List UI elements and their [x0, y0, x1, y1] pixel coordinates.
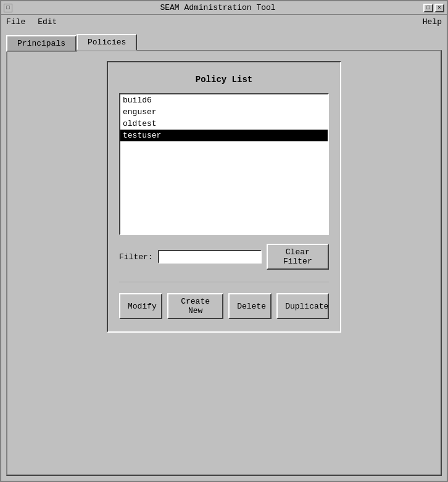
- delete-button[interactable]: Delete: [228, 293, 272, 319]
- menu-bar: File Edit Help: [1, 15, 447, 28]
- create-new-button[interactable]: Create New: [167, 293, 223, 319]
- modify-button[interactable]: Modify: [119, 293, 162, 319]
- app-icon: □: [4, 4, 12, 12]
- policy-list[interactable]: build6 enguser oldtest testuser: [119, 93, 329, 235]
- tab-panel: Policy List build6 enguser oldtest testu…: [6, 50, 442, 476]
- main-window: □ SEAM Administration Tool □ × File Edit…: [0, 0, 448, 482]
- clear-filter-button[interactable]: Clear Filter: [267, 244, 329, 270]
- filter-label: Filter:: [119, 252, 153, 262]
- menu-file[interactable]: File: [4, 17, 28, 27]
- list-item[interactable]: oldtest: [120, 118, 328, 130]
- window-title: SEAM Administration Tool: [12, 3, 423, 12]
- tab-header: Principals Policies: [6, 33, 442, 50]
- list-item[interactable]: enguser: [120, 106, 328, 118]
- close-button[interactable]: ×: [434, 4, 444, 12]
- filter-input[interactable]: [158, 250, 262, 264]
- list-item[interactable]: build6: [120, 94, 328, 106]
- window-controls: □ ×: [423, 4, 444, 12]
- maximize-button[interactable]: □: [423, 4, 433, 12]
- title-bar-left: □: [4, 4, 12, 12]
- menu-help[interactable]: Help: [420, 17, 444, 27]
- action-buttons: Modify Create New Delete Duplicate: [119, 293, 329, 319]
- tab-policies[interactable]: Policies: [77, 34, 137, 51]
- duplicate-button[interactable]: Duplicate: [276, 293, 329, 319]
- title-bar: □ SEAM Administration Tool □ ×: [1, 1, 447, 15]
- filter-row: Filter: Clear Filter: [119, 244, 329, 270]
- menu-items-left: File Edit: [4, 17, 59, 27]
- menu-edit[interactable]: Edit: [35, 17, 59, 27]
- panel-title: Policy List: [196, 75, 252, 85]
- main-content: Principals Policies Policy List build6 e…: [1, 28, 447, 481]
- list-item-selected[interactable]: testuser: [120, 130, 328, 141]
- tab-container: Principals Policies Policy List build6 e…: [6, 33, 442, 476]
- separator-line: [119, 281, 329, 282]
- tab-principals[interactable]: Principals: [6, 35, 77, 52]
- policy-panel: Policy List build6 enguser oldtest testu…: [107, 61, 341, 333]
